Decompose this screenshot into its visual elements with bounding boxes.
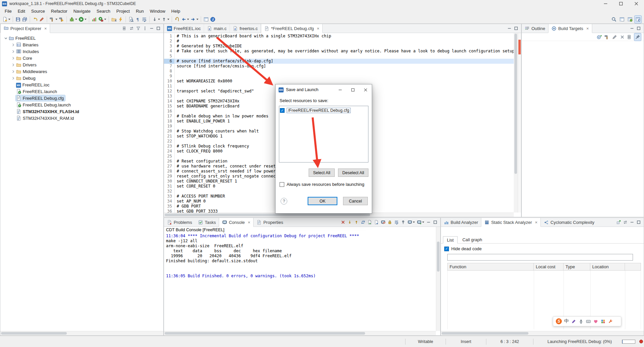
- minimize-icon[interactable]: [426, 219, 432, 226]
- stop-launch-icon[interactable]: [639, 340, 643, 343]
- new-cpp-project-icon[interactable]: C: [111, 16, 117, 23]
- window-maximize-button[interactable]: [613, 0, 629, 7]
- link-with-editor-icon[interactable]: [622, 219, 628, 226]
- display-console-icon[interactable]: [407, 219, 416, 226]
- menu-source[interactable]: Source: [28, 8, 48, 15]
- tree-item-freereel-debug-cfg[interactable]: FreeREEL Debug.cfg: [0, 95, 163, 101]
- dialog-maximize-button[interactable]: [346, 84, 359, 95]
- coverage-icon[interactable]: [91, 16, 98, 23]
- tree-item-freereel-launch[interactable]: FreeREEL.launch: [0, 88, 163, 95]
- prev-annotation-icon[interactable]: [161, 16, 170, 23]
- menu-project[interactable]: Project: [113, 8, 133, 15]
- show-next-icon[interactable]: [347, 219, 353, 226]
- close-tab-icon[interactable]: ×: [317, 26, 320, 31]
- expand-arrow-icon[interactable]: [10, 68, 16, 75]
- new-target-icon[interactable]: [596, 33, 603, 41]
- tab-problems[interactable]: Problems: [164, 218, 195, 227]
- code-line-3[interactable]: 3# Generated by STM32CubeIDE: [164, 44, 514, 49]
- editor-tab-freereel-debug-cfg[interactable]: *FreeREEL Debug.cfg×: [261, 24, 323, 33]
- column-header-location[interactable]: Location: [590, 263, 625, 270]
- deselect-all-button[interactable]: Deselect All: [338, 168, 368, 177]
- chevron-right-icon[interactable]: [10, 68, 16, 75]
- expand-arrow-icon[interactable]: [10, 61, 16, 68]
- collapse-all-icon[interactable]: [122, 25, 128, 32]
- code-line-2[interactable]: 2#: [164, 39, 514, 44]
- dialog-minimize-button[interactable]: [334, 84, 346, 95]
- edit-target-icon[interactable]: [611, 33, 618, 41]
- mic-icon[interactable]: [579, 319, 584, 324]
- chevron-right-icon[interactable]: [10, 74, 16, 82]
- code-line-10[interactable]: 10set WORKAREASIZE 0x8000: [164, 79, 514, 84]
- tab-properties[interactable]: Properties: [254, 218, 286, 227]
- maximize-icon[interactable]: [513, 25, 519, 32]
- next-annotation-icon[interactable]: [151, 16, 161, 23]
- sogou-logo-icon[interactable]: S: [556, 318, 562, 324]
- tree-item-middlewares[interactable]: Middlewares: [0, 68, 163, 75]
- tab-console[interactable]: Console×: [219, 218, 254, 227]
- minimize-icon[interactable]: [629, 25, 635, 32]
- open-perspective-icon[interactable]: [203, 16, 209, 23]
- import-log-icon[interactable]: [373, 219, 379, 226]
- tab-static-stack-analyzer[interactable]: Static Stack Analyzer×: [481, 218, 541, 227]
- external-tools-icon[interactable]: [98, 16, 107, 23]
- column-header-function[interactable]: Function: [448, 263, 534, 270]
- expand-arrow-icon[interactable]: [10, 48, 16, 55]
- export-log-icon[interactable]: [367, 219, 373, 226]
- code-line-5[interactable]: 5: [164, 54, 514, 59]
- debug-perspective-icon[interactable]: [627, 16, 633, 23]
- delete-target-icon[interactable]: [619, 33, 626, 41]
- editor-tab-freertos-c[interactable]: cfreertos.c: [230, 24, 261, 33]
- pin-icon[interactable]: [634, 33, 641, 41]
- console-hscrollbar[interactable]: [164, 331, 436, 335]
- select-all-button[interactable]: Select All: [309, 168, 334, 177]
- mark-occurrences-icon[interactable]: [38, 16, 45, 23]
- tab-build-analyzer[interactable]: Build Analyzer: [441, 218, 481, 227]
- tree-item-freereel-ioc[interactable]: MXFreeREEL.ioc: [0, 81, 163, 88]
- editor-vscrollbar[interactable]: [514, 33, 518, 213]
- back-icon[interactable]: [180, 16, 190, 23]
- ime-toolbar[interactable]: S 中: [553, 316, 621, 326]
- build-hammer-icon[interactable]: [604, 33, 610, 41]
- expand-arrow-icon[interactable]: [10, 74, 16, 82]
- code-line-1[interactable]: 1# This is an genericBoard board with a …: [164, 34, 514, 39]
- undo-icon[interactable]: [32, 16, 38, 23]
- editor-tab-freereel-ioc[interactable]: MXFreeREEL.ioc: [164, 24, 204, 33]
- console-vscrollbar[interactable]: [436, 227, 440, 331]
- expand-arrow-icon[interactable]: [10, 41, 16, 48]
- menu-refactor[interactable]: Refactor: [48, 8, 70, 15]
- menu-help[interactable]: Help: [168, 8, 183, 15]
- cancel-button[interactable]: Cancel: [343, 197, 368, 205]
- expand-arrow-icon[interactable]: [3, 34, 8, 42]
- code-line-4[interactable]: 4# Take care that such file, as generate…: [164, 49, 514, 54]
- stack-hscrollbar[interactable]: [441, 331, 644, 335]
- resource-list[interactable]: ✓/FreeREEL/FreeREEL Debug.cfg: [279, 106, 368, 162]
- open-element-icon[interactable]: [128, 16, 134, 23]
- menu-navigate[interactable]: Navigate: [70, 8, 94, 15]
- tree-item-freereel-debug-launch[interactable]: FreeREEL Debug.launch: [0, 101, 163, 108]
- stack-filter-input[interactable]: [447, 254, 633, 261]
- link-with-editor-icon[interactable]: [129, 25, 135, 32]
- menu-run[interactable]: Run: [133, 8, 147, 15]
- tab-project-explorer[interactable]: Project Explorer ×: [0, 24, 50, 33]
- view-menu-icon[interactable]: [142, 25, 148, 32]
- close-view-icon[interactable]: ×: [248, 220, 251, 225]
- refresh-icon[interactable]: [360, 219, 366, 226]
- code-line-9[interactable]: 9: [164, 74, 514, 79]
- chevron-right-icon[interactable]: [10, 61, 16, 68]
- code-line-6[interactable]: 6# source [find interface/stlink-dap.cfg…: [164, 59, 514, 64]
- emoji-icon[interactable]: [593, 319, 598, 324]
- run-icon[interactable]: [78, 16, 87, 23]
- tab-cyclomatic-complexity[interactable]: Cyclomatic Complexity: [541, 218, 597, 227]
- word-wrap-icon[interactable]: [141, 16, 148, 23]
- help-info-icon[interactable]: i: [209, 16, 216, 23]
- tree-item-stm32h743xihx-flash-ld[interactable]: STM32H743XIHX_FLASH.ld: [0, 108, 163, 115]
- tree-item-freereel[interactable]: FreeREEL: [0, 35, 163, 41]
- maximize-icon[interactable]: [636, 219, 642, 226]
- menu-search[interactable]: Search: [94, 8, 113, 15]
- apps-icon[interactable]: [601, 319, 606, 324]
- build-all-icon[interactable]: [58, 16, 65, 23]
- pen-icon[interactable]: [571, 319, 576, 324]
- always-save-checkbox[interactable]: [280, 182, 284, 187]
- tree-item-debug[interactable]: Debug: [0, 75, 163, 81]
- tree-item-stm32h743xihx-ram-ld[interactable]: STM32H743XIHX_RAM.ld: [0, 115, 163, 121]
